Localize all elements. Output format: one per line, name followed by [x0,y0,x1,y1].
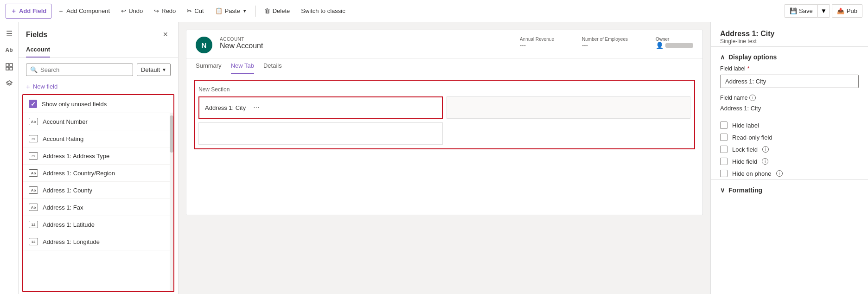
list-item[interactable]: Ab Address 1: Fax [23,199,173,216]
form-section: New Section Address 1: City ··· [186,74,702,155]
formatting-section-header[interactable]: ∨ Formatting [711,179,868,198]
form-field-city[interactable]: Address 1: City ··· [198,96,443,119]
delete-button[interactable]: 🗑 Delete [260,5,295,17]
scrollbar-thumb[interactable] [170,115,173,153]
tab-summary[interactable]: Summary [196,58,222,74]
lock-field-row[interactable]: Lock field i [711,143,868,155]
hide-label-row[interactable]: Hide label [711,119,868,131]
canvas-area: N ACCOUNT New Account Annual Revenue ---… [179,22,710,294]
form-header-fields: Annual Revenue --- Number of Employees -… [520,37,693,49]
hide-field-row[interactable]: Hide field i [711,155,868,167]
hide-phone-checkbox[interactable] [720,170,728,177]
account-info: ACCOUNT New Account [220,37,512,50]
right-panel: Address 1: City Single-line text ∧ Displ… [710,22,868,294]
field-type-icon: Ab [29,186,38,194]
default-dropdown[interactable]: Default ▼ [137,64,171,76]
add-field-button[interactable]: ＋ Add Field [6,4,51,19]
field-type-icon: Ab [29,204,38,211]
list-item[interactable]: 12 Address 1: Latitude [23,216,173,233]
fields-close-button[interactable]: × [160,29,171,40]
sidebar-layers-icon[interactable] [2,76,17,91]
field-label-input[interactable] [720,75,859,88]
plus-icon: ＋ [11,7,17,15]
list-item[interactable]: 12 Address 1: Longitude [23,233,173,250]
toolbar-right: 💾 Save ▼ 📤 Pub [785,4,862,18]
search-input[interactable] [40,66,129,73]
paste-dropdown-icon[interactable]: ▼ [243,8,247,13]
svg-rect-3 [10,67,13,70]
search-box: 🔍 [26,64,133,76]
lock-field-info-icon[interactable]: i [762,146,769,153]
fields-title: Fields [26,31,47,39]
field-type-icon: 12 [29,221,38,228]
save-icon: 💾 [790,7,797,14]
form-tabs: Summary New Tab Details [186,58,702,74]
hide-field-info-icon[interactable]: i [762,158,768,165]
field-type-icon: ▭ [29,135,38,142]
list-item[interactable]: Ab Address 1: County [23,182,173,199]
readonly-field-checkbox[interactable] [720,134,728,141]
tab-account[interactable]: Account [26,43,50,58]
readonly-field-row[interactable]: Read-only field [711,131,868,143]
list-item[interactable]: Ab Address 1: Country/Region [23,165,173,182]
new-field-row[interactable]: + New field [19,80,178,92]
publish-button[interactable]: 📤 Pub [832,4,862,18]
user-icon: 👤 [656,42,664,49]
fields-tab-row: Account [19,43,178,58]
header-field-owner: Owner 👤 [656,37,693,49]
chevron-down-icon: ∨ [720,186,725,194]
save-dropdown-button[interactable]: ▼ [817,4,830,18]
form-field-empty3 [447,122,691,145]
display-options-header[interactable]: ∧ Display options [711,47,868,65]
list-item[interactable]: Ab Account Number [23,113,173,130]
cut-button[interactable]: ✂ Cut [182,5,208,17]
tab-details[interactable]: Details [263,58,282,74]
form-field-empty2 [198,122,443,145]
sidebar-grid-icon[interactable] [2,59,17,74]
icon-sidebar: ☰ Ab [0,22,19,294]
search-icon: 🔍 [30,66,38,73]
hide-label-checkbox[interactable] [720,121,728,129]
paste-button[interactable]: 📋 Paste ▼ [211,5,252,17]
checkmark-icon: ✓ [31,101,36,108]
lock-field-checkbox[interactable] [720,146,728,153]
right-panel-header: Address 1: City Single-line text [711,22,868,47]
fields-panel: Fields × Account 🔍 Default ▼ + New field [19,22,179,294]
redo-button[interactable]: ↪ Redo [149,5,180,17]
chevron-down-icon: ▼ [821,7,827,14]
field-name-group: Field name i Address 1: City [711,95,868,119]
add-component-button[interactable]: ＋ Add Component [53,4,115,18]
field-type-icon: Ab [29,169,38,177]
unused-checkbox[interactable]: ✓ [29,100,37,108]
plus-icon: + [26,83,30,90]
hide-phone-info-icon[interactable]: i [776,170,783,177]
paste-icon: 📋 [215,7,223,14]
field-handle: ··· [253,103,259,112]
svg-rect-1 [10,64,13,66]
sidebar-text-icon[interactable]: Ab [2,43,17,58]
sidebar-menu-icon[interactable]: ☰ [2,26,17,41]
publish-icon: 📤 [837,7,844,14]
field-label-group: Field label * [711,65,868,95]
field-type-icon: ▭ [29,152,38,160]
chevron-down-icon: ▼ [162,67,166,72]
fields-search-row: 🔍 Default ▼ [19,58,178,80]
list-item[interactable]: ▭ Account Rating [23,130,173,147]
switch-classic-button[interactable]: Switch to classic [296,5,350,17]
fields-scroll[interactable]: Ab Account Number ▭ Account Rating ▭ Add… [23,113,173,291]
field-name-info-icon[interactable]: i [749,95,756,101]
hide-phone-row[interactable]: Hide on phone i [711,167,868,179]
hide-field-checkbox[interactable] [720,158,728,165]
list-item[interactable]: ▭ Address 1: Address Type [23,147,173,165]
unused-fields-row[interactable]: ✓ Show only unused fields [23,95,173,113]
save-button[interactable]: 💾 Save [785,4,817,18]
header-field-employees: Number of Employees --- [582,37,628,49]
separator [255,6,256,17]
undo-button[interactable]: ↩ Undo [116,5,147,17]
field-label: Address 1: City [205,104,246,111]
form-field-empty [447,96,691,119]
field-type-icon: 12 [29,238,38,245]
toolbar: ＋ Add Field ＋ Add Component ↩ Undo ↪ Red… [0,0,868,22]
tab-new-tab[interactable]: New Tab [231,58,254,74]
redo-icon: ↪ [154,7,159,14]
